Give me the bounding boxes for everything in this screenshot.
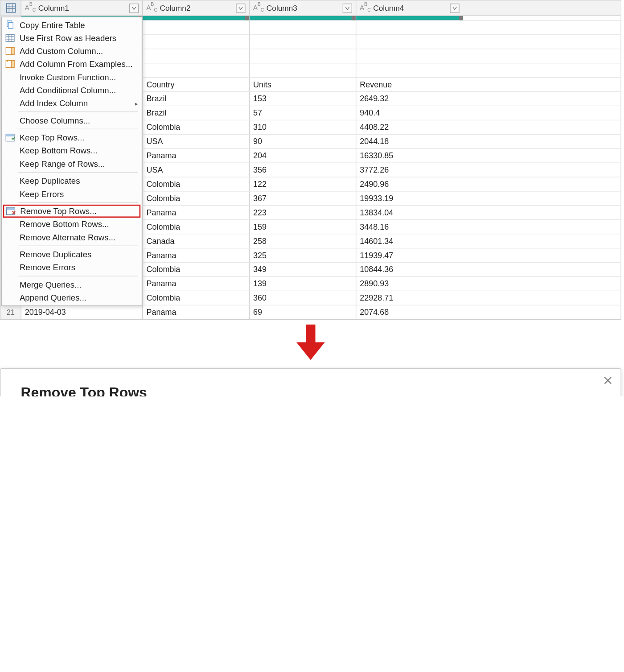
- cell-c4: 14601.34: [356, 234, 463, 248]
- menu-item-label: Remove Top Rows...: [20, 206, 96, 216]
- menu-item-label: Keep Errors: [20, 189, 64, 198]
- menu-item[interactable]: Keep Duplicates: [2, 174, 142, 187]
- custom-col-icon: [5, 45, 16, 56]
- cell-c3: 360: [250, 291, 356, 305]
- cell-c2: Panama: [143, 149, 250, 163]
- cell-c2: Colombia: [143, 120, 250, 134]
- column-header-4[interactable]: ABC Column4: [356, 0, 463, 15]
- cell-c3: [250, 35, 356, 49]
- menu-item[interactable]: Copy Entire Table: [2, 18, 142, 31]
- cell-c2: Panama: [143, 305, 250, 319]
- menu-item[interactable]: Merge Queries...: [2, 278, 142, 291]
- example-col-icon: [5, 59, 16, 70]
- menu-item-label: Remove Bottom Rows...: [20, 219, 109, 229]
- cell-c4: Revenue: [356, 78, 463, 91]
- svg-rect-15: [11, 61, 14, 68]
- cell-c3: 69: [250, 305, 356, 319]
- cell-c2: Colombia: [143, 177, 250, 191]
- menu-item[interactable]: Add Conditional Column...: [2, 84, 142, 97]
- menu-item[interactable]: Add Column From Examples...: [2, 58, 142, 70]
- cell-c4: 4408.22: [356, 120, 463, 134]
- keep-rows-icon: [5, 132, 16, 143]
- menu-item[interactable]: Keep Errors: [2, 187, 142, 200]
- cell-c2: Colombia: [143, 192, 250, 206]
- menu-item[interactable]: Invoke Custom Function...: [2, 70, 142, 83]
- table-row[interactable]: 212019-04-03Panama692074.68: [0, 305, 620, 319]
- menu-item-label: Remove Duplicates: [20, 250, 91, 259]
- menu-item-label: Keep Bottom Rows...: [20, 146, 98, 155]
- filter-dropdown-icon[interactable]: [129, 3, 139, 12]
- column-header-3[interactable]: ABC Column3: [250, 0, 356, 15]
- dialog-title: Remove Top Rows: [21, 384, 601, 396]
- menu-item[interactable]: Remove Top Rows...: [3, 205, 141, 218]
- cell-c2: [143, 21, 250, 35]
- cell-c3: 356: [250, 163, 356, 177]
- menu-separator: [18, 129, 138, 129]
- cell-c2: USA: [143, 135, 250, 148]
- menu-item-label: Remove Alternate Rows...: [20, 232, 115, 242]
- filter-dropdown-icon[interactable]: [450, 3, 459, 12]
- cell-c4: [356, 21, 463, 35]
- cell-c2: Brazil: [143, 92, 250, 106]
- svg-rect-7: [6, 34, 14, 41]
- cell-c3: 159: [250, 220, 356, 234]
- arrow-down-icon: [294, 325, 327, 361]
- menu-item[interactable]: Keep Top Rows...: [2, 131, 142, 144]
- menu-separator: [18, 276, 138, 276]
- cell-c2: [143, 35, 250, 49]
- menu-item[interactable]: Remove Duplicates: [2, 248, 142, 261]
- cell-c3: 367: [250, 192, 356, 206]
- column-header-1[interactable]: ABC Column1: [21, 0, 143, 15]
- menu-item[interactable]: Keep Range of Rows...: [2, 157, 142, 170]
- cell-c3: Units: [250, 78, 356, 91]
- cell-c4: [356, 49, 463, 63]
- table-context-menu: Copy Entire TableUse First Row as Header…: [1, 16, 143, 306]
- cell-c3: 325: [250, 248, 356, 262]
- menu-item[interactable]: Keep Bottom Rows...: [2, 144, 142, 157]
- menu-item[interactable]: Add Index Column▸: [2, 97, 142, 110]
- cell-c4: 22928.71: [356, 291, 463, 305]
- menu-item-label: Add Custom Column...: [20, 46, 103, 56]
- cell-c2: Panama: [143, 277, 250, 291]
- menu-item[interactable]: Add Custom Column...: [2, 45, 142, 58]
- type-icon: ABC: [360, 3, 371, 13]
- cell-c4: 19933.19: [356, 192, 463, 206]
- cell-c3: 258: [250, 234, 356, 248]
- menu-item[interactable]: Remove Bottom Rows...: [2, 218, 142, 231]
- menu-item[interactable]: Append Queries...: [2, 291, 142, 304]
- column-name: Column1: [38, 4, 69, 12]
- cell-c2: Colombia: [143, 263, 250, 276]
- menu-item-label: Append Queries...: [20, 293, 86, 302]
- menu-item-label: Add Column From Examples...: [20, 59, 133, 69]
- cell-c3: 139: [250, 277, 356, 291]
- menu-item[interactable]: Remove Alternate Rows...: [2, 231, 142, 243]
- table-menu-button[interactable]: [0, 0, 21, 15]
- close-button[interactable]: [603, 376, 612, 387]
- menu-item-label: Remove Errors: [20, 263, 75, 272]
- menu-item[interactable]: Use First Row as Headers: [2, 31, 142, 44]
- cell-c2: Country: [143, 78, 250, 91]
- cell-c2: Colombia: [143, 291, 250, 305]
- menu-separator: [18, 172, 138, 173]
- cell-c3: 204: [250, 149, 356, 163]
- cell-c4: 2490.96: [356, 177, 463, 191]
- filter-dropdown-icon[interactable]: [236, 3, 245, 12]
- menu-item[interactable]: Remove Errors: [2, 261, 142, 274]
- menu-item[interactable]: Choose Columns...: [2, 114, 142, 127]
- menu-item-label: Copy Entire Table: [20, 20, 85, 29]
- svg-rect-13: [11, 47, 14, 54]
- cell-c2: Colombia: [143, 220, 250, 234]
- column-header-2[interactable]: ABC Column2: [143, 0, 250, 15]
- cell-c3: 223: [250, 206, 356, 220]
- menu-item-label: Add Conditional Column...: [20, 86, 116, 95]
- cell-c4: 2074.68: [356, 305, 463, 319]
- cell-c4: 2649.32: [356, 92, 463, 106]
- filter-dropdown-icon[interactable]: [343, 3, 352, 12]
- cell-c3: 57: [250, 106, 356, 120]
- cell-c3: [250, 21, 356, 35]
- column-name: Column3: [267, 4, 297, 12]
- svg-rect-19: [7, 208, 15, 210]
- cell-c3: 153: [250, 92, 356, 106]
- column-name: Column2: [160, 4, 190, 12]
- cell-c4: 11939.47: [356, 248, 463, 262]
